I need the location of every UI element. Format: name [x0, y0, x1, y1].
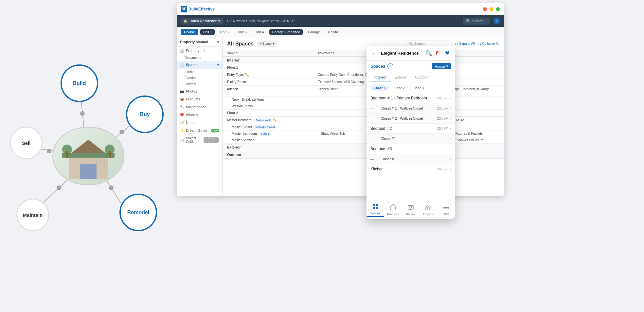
- table-header: SPACE FEATURES ★UPGRADES: [223, 50, 504, 57]
- sidebar-item-project-guide[interactable]: 📋 Project Guide Coming Soon: [177, 134, 222, 146]
- mobile-action-icons: [435, 49, 451, 57]
- sidebar-item-outdoor[interactable]: Outdoor: [177, 81, 222, 87]
- content-area: All Spaces + Space ▾ 🔍 Search... ↕ ↕ Exp…: [223, 37, 504, 196]
- tab-unit3[interactable]: Unit 3: [234, 29, 250, 35]
- tab-garage[interactable]: Garage: [305, 29, 323, 35]
- tab-unit1[interactable]: Unit 1: [200, 29, 216, 35]
- floor-tab-1[interactable]: Floor 1: [370, 85, 389, 91]
- bottom-nav-property[interactable]: Property: [420, 204, 437, 216]
- nav-search-box[interactable]: 🔍 Search...: [463, 18, 490, 25]
- expand-all-btn[interactable]: ↕ ↕ Expand All: [455, 42, 475, 45]
- minimize-window-btn[interactable]: [490, 7, 493, 11]
- title-bar-right: [483, 7, 500, 11]
- maintenance-icon: 🔧: [180, 105, 184, 109]
- tab-casita[interactable]: Casita: [325, 29, 341, 35]
- more-nav-label: More: [443, 212, 450, 216]
- table-row[interactable]: Walk-In Pantry: [223, 103, 504, 110]
- floor-tab-2[interactable]: Floor 2: [390, 85, 408, 91]
- sidebar-item-dream-guide[interactable]: ✨ Dream Guide New: [177, 127, 222, 134]
- table-row[interactable]: Master Bedroom Bedroom 1 ✏️ Folding Pati…: [223, 117, 504, 124]
- list-item[interactable]: — Closet #1 ›: [367, 154, 455, 164]
- svg-rect-14: [97, 161, 105, 169]
- node-maintain[interactable]: Maintain: [16, 199, 49, 231]
- diagram-container: Build Buy Remodel Maintain Sell: [10, 61, 167, 251]
- svg-rect-12: [80, 164, 97, 179]
- bottom-nav-more[interactable]: ••• More: [437, 205, 455, 216]
- spaces-table: SPACE FEATURES ★UPGRADES Interior Floor …: [223, 50, 504, 159]
- products-nav-icon: [390, 204, 396, 212]
- spaces-add-btn[interactable]: +: [387, 63, 393, 69]
- app-logo: BE BuildEffective: [181, 6, 215, 12]
- nav-add-btn[interactable]: +: [493, 18, 500, 24]
- table-row[interactable]: Kitchen Kitchen Island Cabinetry, Counte…: [223, 86, 504, 96]
- app-window: BE BuildEffective 🏠 Glatch Residence ▾ 1…: [177, 3, 504, 196]
- nav-address: 123 Newport Coast, Newport Beach, CA 926…: [227, 19, 459, 23]
- sidebar-item-exterior[interactable]: Exterior: [177, 75, 222, 81]
- table-row[interactable]: Entry Foyer ✏️ Custom Entry Door, Chande…: [223, 71, 504, 78]
- close-window-btn[interactable]: [483, 7, 487, 11]
- list-item[interactable]: Kitchen 200 SF ›: [367, 164, 455, 174]
- table-row[interactable]: Dining Room Exposed Beams, Wall Covering…: [223, 78, 504, 86]
- tab-unit2[interactable]: Unit 2: [217, 29, 233, 35]
- tab-unit4[interactable]: Unit 4: [251, 29, 267, 35]
- th-space: SPACE: [227, 52, 318, 55]
- maximize-window-btn[interactable]: [496, 7, 500, 11]
- tab-garage-detached[interactable]: Garage Detached: [269, 29, 304, 35]
- sidebar-item-property-info[interactable]: 🏠 Property Info.: [177, 47, 222, 55]
- spaces-nav-icon: [372, 203, 378, 211]
- table-row[interactable]: Master Bathroom Bath 1 Stand Alone Tub S…: [223, 130, 504, 137]
- svg-point-29: [410, 206, 412, 208]
- table-row[interactable]: Master Closet Walk-In Closet Custom Buil…: [223, 124, 504, 130]
- photos-nav-icon: [408, 204, 414, 212]
- svg-rect-17: [66, 151, 68, 158]
- mobile-heart-btn[interactable]: [444, 49, 451, 57]
- add-space-btn[interactable]: + Space ▾: [257, 41, 277, 47]
- sidebar-item-photos[interactable]: 📷 Photos: [177, 87, 222, 95]
- table-row[interactable]: Master Shower Stone Floor and Walls, Plu…: [223, 137, 504, 144]
- mobile-tab-outdoor[interactable]: Outdoor: [411, 74, 432, 81]
- diagram-section: Build Buy Remodel Maintain Sell: [0, 0, 177, 312]
- collapse-all-btn[interactable]: ↕ ↕ Collapse All: [477, 42, 499, 45]
- notes-icon: 📝: [180, 121, 184, 125]
- more-nav-icon: •••: [443, 205, 449, 212]
- bottom-nav-spaces[interactable]: Spaces: [367, 203, 384, 217]
- bottom-nav-products[interactable]: Products: [384, 204, 402, 216]
- list-item[interactable]: Bedroom #3 ›: [367, 144, 455, 154]
- sidebar-item-maintenance[interactable]: 🔧 Maintenance: [177, 103, 222, 111]
- svg-point-8: [57, 186, 61, 190]
- sidebar-item-wishlist[interactable]: ❤️ Wishlist: [177, 111, 222, 119]
- house-dropdown[interactable]: House ▾: [432, 63, 451, 69]
- list-item[interactable]: Bedroom #2 200 SF ›: [367, 124, 455, 134]
- bottom-nav-photos[interactable]: Photos: [402, 204, 420, 216]
- sidebar-item-interior[interactable]: Interior: [177, 69, 222, 75]
- logo-icon: BE: [181, 6, 187, 12]
- spaces-nav-label: Spaces: [370, 212, 380, 215]
- mobile-tabs: Interior Exterior Outdoor: [367, 72, 455, 83]
- tab-house[interactable]: House: [181, 29, 198, 35]
- list-item[interactable]: — Closet # 2 - Walk-in Closet 200 SF ›: [367, 113, 455, 124]
- list-item[interactable]: — Closet # 1 - Walk-in Closet 200 SF ›: [367, 103, 455, 113]
- sidebar-item-spaces[interactable]: ⬜ Spaces ▾: [177, 61, 222, 69]
- floor-tab-3[interactable]: Floor 3: [409, 85, 427, 91]
- node-buy[interactable]: Buy: [126, 95, 164, 133]
- list-item[interactable]: — Closet #1 ›: [367, 134, 455, 144]
- mobile-tab-interior[interactable]: Interior: [370, 74, 391, 81]
- svg-point-9: [47, 149, 51, 153]
- property-selector[interactable]: 🏠 Glatch Residence ▾: [181, 18, 223, 25]
- mobile-panel: ← Elegent Residence 🔍 Spaces + House: [367, 46, 455, 219]
- table-row[interactable]: Nook - Breakfast Area Built-In Banquette…: [223, 96, 504, 103]
- sidebar-item-documents[interactable]: Documents: [177, 55, 222, 61]
- node-build[interactable]: Build: [61, 64, 98, 102]
- mobile-flag-btn[interactable]: [435, 49, 442, 57]
- spaces-label: Spaces: [370, 64, 385, 69]
- sidebar-item-notes[interactable]: 📝 Notes: [177, 119, 222, 127]
- mobile-search-btn[interactable]: 🔍: [425, 50, 432, 56]
- dream-guide-badge: New: [211, 129, 219, 132]
- sidebar-item-products[interactable]: 📦 Products: [177, 95, 222, 103]
- node-remodel[interactable]: Remodel: [119, 194, 157, 231]
- mobile-tab-exterior[interactable]: Exterior: [391, 74, 411, 81]
- list-item[interactable]: Bedroom # 1 - Primary Bedroom 200 SF ›: [367, 93, 455, 103]
- main-content: Property Manual ▾ 🏠 Property Info. Docum…: [177, 37, 504, 196]
- mobile-back-btn[interactable]: ←: [370, 49, 378, 57]
- node-sell[interactable]: Sell: [10, 127, 43, 159]
